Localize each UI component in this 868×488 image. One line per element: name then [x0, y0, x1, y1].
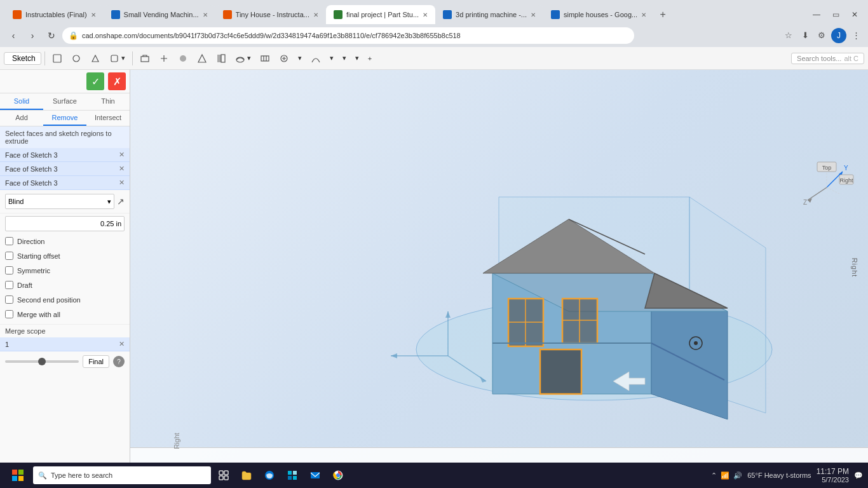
account-icon[interactable]: J: [831, 28, 846, 43]
type-tabs: Solid Surface Thin: [0, 93, 130, 111]
minimize-button[interactable]: —: [808, 6, 825, 23]
tool-dropdown-3[interactable]: ▾: [294, 50, 306, 67]
sketch-item-remove-1[interactable]: ✕: [119, 151, 125, 159]
search-tools[interactable]: Search tools... alt C: [791, 53, 864, 64]
sketch-item-remove-3[interactable]: ✕: [119, 179, 125, 187]
bookmark-icon[interactable]: ☆: [782, 28, 796, 42]
op-tab-add[interactable]: Add: [0, 111, 43, 126]
depth-dropdown[interactable]: Blind ▾: [5, 194, 114, 209]
tab-3d-printing[interactable]: 3d printing machine -... ✕: [435, 5, 543, 24]
viewport[interactable]: Y Z Top Right: [130, 70, 868, 465]
tool-btn-8[interactable]: [212, 50, 230, 67]
sketch-item-remove-2[interactable]: ✕: [119, 165, 125, 173]
tab-vending[interactable]: Small Vending Machin... ✕: [104, 5, 215, 24]
tab-label: Small Vending Machin...: [124, 11, 199, 18]
maximize-button[interactable]: ▭: [827, 6, 844, 23]
confirm-button[interactable]: ✓: [86, 72, 104, 90]
address-bar-icons: ☆ ⬇ ⚙ J ⋮: [782, 28, 863, 43]
slider-row: Final ?: [0, 351, 130, 372]
starting-offset-row: Starting offset: [0, 248, 130, 263]
tab-close[interactable]: ✕: [641, 11, 646, 18]
tool-btn-1[interactable]: [48, 50, 66, 67]
svg-rect-48: [12, 476, 17, 481]
tool-dropdown-6[interactable]: ▾: [351, 50, 363, 67]
back-button[interactable]: ‹: [5, 27, 22, 44]
chrome-task[interactable]: [328, 465, 348, 485]
starting-offset-checkbox[interactable]: [5, 252, 13, 260]
taskbar-search[interactable]: 🔍 Type here to search: [33, 466, 211, 484]
network-icon[interactable]: 📶: [721, 471, 729, 480]
forward-button[interactable]: ›: [24, 27, 41, 44]
direction-checkbox[interactable]: [5, 237, 13, 245]
tab-close[interactable]: ✕: [313, 11, 318, 18]
tool-btn-9[interactable]: [256, 50, 274, 67]
svg-marker-23: [391, 353, 397, 358]
symmetric-checkbox[interactable]: [5, 266, 13, 274]
address-bar[interactable]: 🔒 cad.onshape.com/documents/b9041f73b0d7…: [62, 27, 634, 44]
scope-item-remove[interactable]: ✕: [119, 340, 125, 348]
type-tab-thin[interactable]: Thin: [86, 93, 130, 110]
op-tab-intersect[interactable]: Intersect: [86, 111, 130, 126]
merge-all-checkbox[interactable]: [5, 310, 13, 318]
task-view-button[interactable]: [214, 465, 234, 485]
svg-marker-25: [445, 311, 451, 318]
tool-btn-2[interactable]: [67, 50, 85, 67]
tab-close[interactable]: ✕: [423, 11, 428, 18]
tool-btn-7[interactable]: [193, 50, 211, 67]
second-end-checkbox[interactable]: [5, 295, 13, 304]
tool-dropdown-5[interactable]: ▾: [339, 50, 350, 67]
tool-btn-4[interactable]: [136, 50, 154, 67]
tool-btn-11[interactable]: [307, 50, 325, 67]
tab-simple-houses[interactable]: simple houses - Goog... ✕: [543, 5, 654, 24]
sketch-item-label: Face of Sketch 3: [5, 179, 58, 187]
type-tab-surface[interactable]: Surface: [43, 93, 86, 110]
help-button[interactable]: ?: [113, 356, 125, 367]
tab-favicon: [551, 10, 560, 19]
cancel-button[interactable]: ✗: [108, 72, 126, 90]
chevron-icon[interactable]: ⌃: [711, 471, 717, 480]
svg-rect-50: [219, 471, 223, 475]
download-icon[interactable]: ⬇: [798, 28, 812, 42]
menu-icon[interactable]: ⋮: [849, 28, 863, 42]
final-button[interactable]: Final: [83, 355, 109, 368]
slider-track[interactable]: [5, 360, 79, 363]
right-label: Right: [839, 177, 853, 184]
sketch-item-3: Face of Sketch 3 ✕: [0, 176, 130, 190]
new-tab-button[interactable]: +: [654, 6, 672, 24]
tab-close[interactable]: ✕: [531, 11, 536, 18]
tool-btn-5[interactable]: [155, 50, 173, 67]
tool-btn-12[interactable]: +: [364, 50, 376, 67]
op-tab-remove[interactable]: Remove: [43, 111, 86, 126]
tab-tiny-house[interactable]: Tiny House - Instructa... ✕: [215, 5, 326, 24]
tool-btn-3[interactable]: [86, 50, 104, 67]
tool-dropdown-1[interactable]: ▾: [105, 50, 129, 67]
file-explorer-task[interactable]: [236, 465, 257, 485]
start-button[interactable]: [5, 465, 31, 485]
slider-thumb[interactable]: [38, 358, 46, 365]
notification-icon[interactable]: 💬: [854, 471, 863, 480]
tool-dropdown-2[interactable]: ▾: [231, 50, 255, 67]
tab-close[interactable]: ✕: [203, 11, 208, 18]
tab-close[interactable]: ✕: [91, 11, 96, 18]
tool-dropdown-4[interactable]: ▾: [326, 50, 337, 67]
refresh-button[interactable]: ↻: [43, 27, 60, 44]
depth-input[interactable]: [5, 216, 125, 231]
type-tab-solid[interactable]: Solid: [0, 93, 43, 110]
extensions-icon[interactable]: ⚙: [815, 28, 829, 42]
clock[interactable]: 11:17 PM 5/7/2023: [817, 467, 849, 484]
svg-rect-47: [18, 470, 24, 475]
sketch-button[interactable]: Sketch: [4, 52, 41, 65]
edge-task[interactable]: [259, 465, 280, 485]
tab-instructables[interactable]: Instructables (Final) ✕: [5, 5, 104, 24]
store-task[interactable]: [282, 465, 302, 485]
volume-icon[interactable]: 🔊: [733, 471, 742, 480]
search-placeholder: Search tools...: [797, 55, 841, 62]
tool-btn-6[interactable]: [174, 50, 192, 67]
tool-btn-10[interactable]: [275, 50, 293, 67]
draft-checkbox[interactable]: [5, 281, 13, 289]
pin-icon[interactable]: ↗: [117, 196, 125, 207]
sketch-item-label: Face of Sketch 3: [5, 165, 58, 173]
close-button[interactable]: ✕: [846, 6, 863, 23]
mail-task[interactable]: [305, 465, 325, 485]
tab-final-project[interactable]: final project | Part Stu... ✕: [326, 5, 435, 24]
